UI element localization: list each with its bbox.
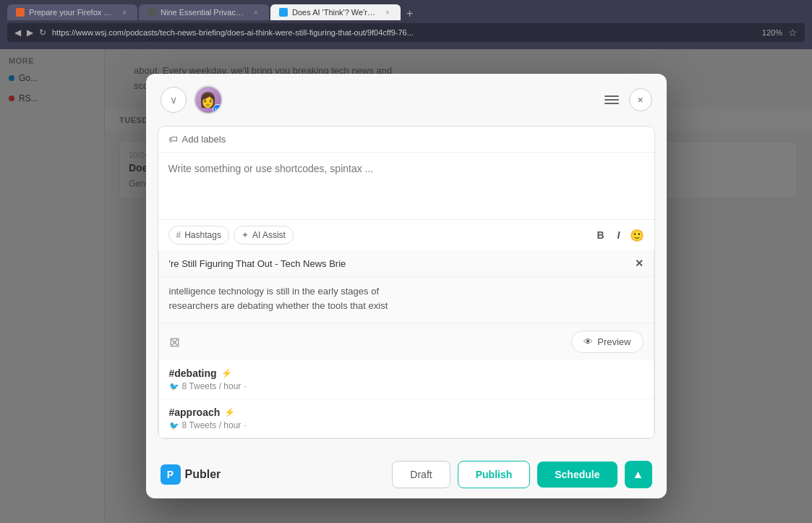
labels-bar: 🏷 Add labels <box>158 127 654 153</box>
address-bar: ◀ ▶ ↻ https://www.wsj.com/podcasts/tech-… <box>7 23 805 42</box>
tab-1[interactable]: Prepare your Firefox desktop e... × <box>7 4 137 20</box>
textarea-area <box>158 153 654 219</box>
editor-toolbar: # Hashtags ✦ AI Assist B I <box>158 219 654 250</box>
account-dropdown-button[interactable]: ∨ <box>161 87 187 113</box>
header-left: ∨ 👩 in <box>161 85 593 114</box>
browser-chrome: Prepare your Firefox desktop e... × Nine… <box>0 0 812 49</box>
modal-body: 🏷 Add labels # Hashtags <box>146 126 667 451</box>
url-bar[interactable]: https://www.wsj.com/podcasts/tech-news-b… <box>52 28 756 37</box>
modal-footer: P Publer Draft Publish Schedule ▲ <box>146 451 667 498</box>
post-content-input[interactable] <box>168 163 644 206</box>
modal-header: ∨ 👩 in × <box>146 74 667 126</box>
hashtags-button[interactable]: # Hashtags <box>168 226 229 245</box>
tab-3[interactable]: Does AI 'Think'? We're Still Fig... × <box>270 4 401 20</box>
avatar: 👩 in <box>194 85 223 114</box>
ai-icon: ✦ <box>242 230 249 240</box>
zoom-level: 120% <box>762 28 782 37</box>
bold-button[interactable]: B <box>593 227 607 243</box>
toolbar-left: # Hashtags ✦ AI Assist <box>168 226 588 245</box>
remove-attachment-button[interactable]: ⊠ <box>169 334 180 350</box>
post-editor-card: 🏷 Add labels # Hashtags <box>158 126 655 439</box>
tweet-icon-2: 🐦 <box>169 421 179 430</box>
preview-button[interactable]: 👁 Preview <box>571 331 643 353</box>
trending-icon-1: ⚡ <box>221 368 232 378</box>
article-close-button[interactable]: ✕ <box>635 258 644 269</box>
italic-button[interactable]: I <box>614 227 624 243</box>
article-preview-row: 're Still Figuring That Out - Tech News … <box>159 250 654 277</box>
publish-button[interactable]: Publish <box>458 461 531 488</box>
label-icon: 🏷 <box>168 134 178 145</box>
tab-bar: Prepare your Firefox desktop e... × Nine… <box>7 4 805 20</box>
publer-logo: P Publer <box>161 464 221 485</box>
hashtag-item-1[interactable]: #debating ⚡ 🐦 8 Tweets / hour · <box>159 360 654 399</box>
hashtag-icon: # <box>176 230 181 240</box>
toolbar-right: B I 🙂 <box>593 227 644 243</box>
trending-icon-2: ⚡ <box>224 407 235 417</box>
schedule-button[interactable]: Schedule <box>537 462 617 488</box>
tweet-icon-1: 🐦 <box>169 382 179 391</box>
hashtag-dropdown: 're Still Figuring That Out - Tech News … <box>158 250 654 438</box>
tab-3-close[interactable]: × <box>383 8 392 17</box>
hashtag-meta-2: 🐦 8 Tweets / hour · <box>169 420 644 430</box>
hashtag-meta-1: 🐦 8 Tweets / hour · <box>169 381 644 391</box>
eye-icon: 👁 <box>584 336 593 347</box>
avatar-network-badge: in <box>213 104 223 114</box>
draft-button[interactable]: Draft <box>392 461 450 488</box>
emoji-button[interactable]: 🙂 <box>630 229 644 242</box>
tab-2-close[interactable]: × <box>252 8 260 17</box>
article-content-preview: intelligence technology is still in the … <box>159 277 654 323</box>
tab-2[interactable]: Nine Essential Privacy Settings... × <box>139 4 269 20</box>
ai-assist-button[interactable]: ✦ AI Assist <box>234 226 294 245</box>
new-tab-button[interactable]: + <box>402 7 417 20</box>
hashtag-name-1: #debating ⚡ <box>169 367 644 379</box>
tab-1-close[interactable]: × <box>120 8 129 17</box>
modal-close-button[interactable]: × <box>629 88 652 111</box>
preview-row: ⊠ 👁 Preview <box>159 323 654 360</box>
add-labels-button[interactable]: 🏷 Add labels <box>168 134 226 145</box>
publish-modal: ∨ 👩 in × <box>146 74 667 498</box>
publer-name: Publer <box>185 468 221 481</box>
expand-button[interactable]: ▲ <box>625 461 652 488</box>
hashtag-name-2: #approach ⚡ <box>169 407 644 418</box>
article-preview-title: 're Still Figuring That Out - Tech News … <box>169 258 628 269</box>
publer-icon: P <box>161 464 181 485</box>
hashtag-item-2[interactable]: #approach ⚡ 🐦 8 Tweets / hour · <box>159 399 654 438</box>
modal-overlay: ∨ 👩 in × <box>0 49 812 523</box>
header-right: × <box>602 88 652 111</box>
menu-button[interactable] <box>602 93 622 107</box>
